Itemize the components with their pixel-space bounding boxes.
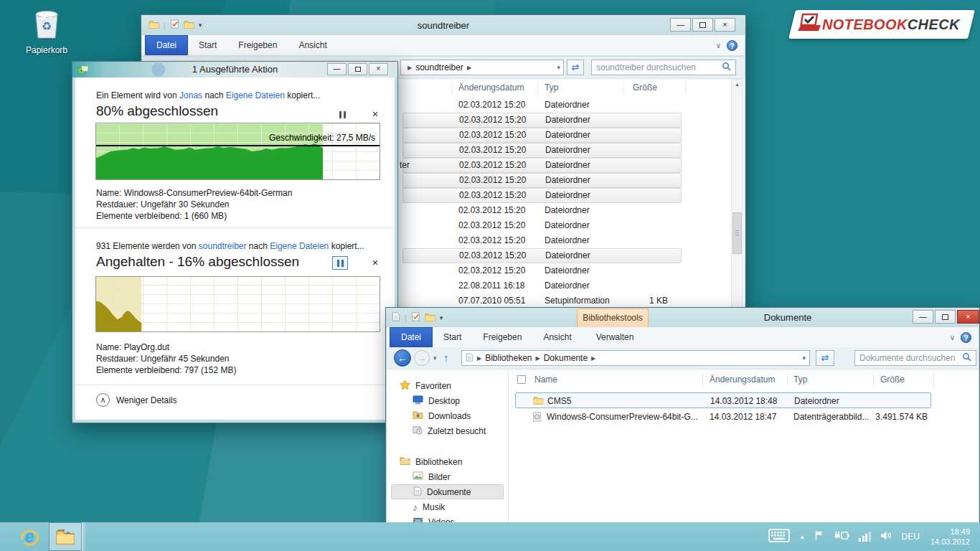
history-dropdown-icon[interactable]: ▾ <box>433 354 437 362</box>
folder-icon[interactable] <box>149 19 159 32</box>
breadcrumb-bibliotheken[interactable]: Bibliotheken <box>485 353 532 363</box>
tab-freigeben[interactable]: Freigeben <box>227 35 288 55</box>
address-bar[interactable]: ▶ soundtreiber ▶ ▾ <box>400 60 564 75</box>
search-input[interactable] <box>596 62 722 72</box>
tab-ansicht[interactable]: Ansicht <box>532 327 582 347</box>
back-button[interactable]: ← <box>394 349 411 367</box>
sidebar-item-bilder[interactable]: Bilder <box>391 469 504 484</box>
file-row-cms5[interactable]: CMS5 14.03.2012 18:48 Dateiordner <box>515 392 931 408</box>
customize-toolbar-chevron-icon[interactable]: ▾ <box>440 314 443 321</box>
dialog-titlebar[interactable]: 1 Ausgeführte Aktion — × <box>72 62 397 77</box>
tab-datei[interactable]: Datei <box>390 327 433 347</box>
close-button[interactable]: × <box>957 310 979 324</box>
sidebar-item-zuletzt-besucht[interactable]: Zuletzt besucht <box>391 423 504 438</box>
file-row[interactable]: 02.03.2012 15:20 Dateiordner <box>402 263 682 278</box>
ribbon-collapse-icon[interactable]: ∨ <box>950 334 955 342</box>
breadcrumb-soundtreiber[interactable]: soundtreiber <box>415 62 463 72</box>
minimize-button[interactable]: — <box>670 18 691 32</box>
file-row[interactable]: 02.03.2012 15:20 Dateiordner <box>402 248 682 263</box>
address-dropdown-icon[interactable]: ▾ <box>557 64 560 71</box>
column-header-type[interactable]: Typ <box>793 375 807 385</box>
file-row[interactable]: 02.03.2012 15:20 Dateiordner <box>402 113 682 128</box>
file-row[interactable]: 02.03.2012 15:20 Dateiordner <box>402 218 682 233</box>
sidebar-item-bibliotheken[interactable]: Bibliotheken <box>391 454 504 469</box>
search-icon[interactable] <box>722 62 731 73</box>
file-row-windows8-iso[interactable]: Windows8-ConsumerPreview-64bit-G... 14.0… <box>515 409 931 425</box>
tab-start[interactable]: Start <box>433 327 472 347</box>
minimize-button[interactable]: — <box>327 63 347 75</box>
properties-icon[interactable] <box>411 311 420 324</box>
action-center-flag-icon[interactable] <box>814 530 824 544</box>
new-folder-icon[interactable] <box>425 311 435 324</box>
sidebar-item-desktop[interactable]: Desktop <box>391 393 504 408</box>
customize-toolbar-chevron-icon[interactable]: ▾ <box>199 22 202 29</box>
job2-cancel-button[interactable]: × <box>369 256 382 270</box>
breadcrumb-dokumente[interactable]: Dokumente <box>544 353 588 363</box>
touch-keyboard-icon[interactable] <box>768 529 790 545</box>
close-button[interactable]: × <box>715 18 735 32</box>
refresh-button[interactable]: ⇄ <box>816 350 834 366</box>
file-row[interactable]: 02.03.2012 15:20 Dateiordner <box>402 128 682 143</box>
file-row[interactable]: 02.03.2012 15:20 Dateiordner <box>402 203 682 218</box>
taskbar-clock[interactable]: 18:49 14.03.2012 <box>930 527 970 547</box>
sidebar-item-downloads[interactable]: Downloads <box>391 408 504 423</box>
scrollbar-thumb[interactable] <box>732 212 742 254</box>
dokumente-titlebar[interactable]: | ▾ Bibliothekstools Dokumente — × <box>386 308 979 327</box>
taskbar-explorer-button[interactable] <box>49 522 82 551</box>
file-row[interactable]: 02.03.2012 15:20 Dateiordner <box>402 233 682 248</box>
select-all-checkbox[interactable] <box>517 375 526 384</box>
file-row[interactable]: 22.08.2011 16:18 Dateiordner <box>402 278 682 293</box>
taskbar-explorer-stacked-indicator[interactable] <box>82 522 85 551</box>
forward-button[interactable]: → <box>414 350 430 366</box>
search-box[interactable] <box>854 350 976 366</box>
column-header-date[interactable]: Änderungsdatum <box>458 83 524 93</box>
language-indicator[interactable]: DEU <box>902 532 920 542</box>
document-icon[interactable] <box>392 311 400 324</box>
volume-icon[interactable] <box>880 530 892 544</box>
show-hidden-icons-chevron[interactable]: ▲ <box>799 534 805 540</box>
tab-verwalten[interactable]: Verwalten <box>580 327 649 342</box>
column-header-type[interactable]: Typ <box>545 83 558 93</box>
tab-ansicht[interactable]: Ansicht <box>288 35 337 55</box>
column-header-name[interactable]: Name <box>534 375 557 385</box>
help-icon[interactable]: ? <box>961 332 971 343</box>
power-plug-icon[interactable] <box>834 530 849 544</box>
sidebar-item-dokumente[interactable]: Dokumente <box>391 484 504 499</box>
network-signal-icon[interactable] <box>859 532 871 542</box>
ribbon-collapse-icon[interactable]: ∨ <box>716 42 721 50</box>
file-row[interactable]: 02.03.2012 15:20 Dateiordner <box>402 143 682 158</box>
library-tools-tab[interactable]: Bibliothekstools <box>577 309 649 327</box>
file-row[interactable]: ter 02.03.2012 15:20 Dateiordner <box>402 158 682 173</box>
properties-icon[interactable] <box>170 19 179 32</box>
recycle-bin-desktop-icon[interactable]: ♻ Papierkorb <box>16 6 77 55</box>
maximize-button[interactable] <box>692 18 713 32</box>
search-icon[interactable] <box>962 352 971 364</box>
tab-start[interactable]: Start <box>188 35 227 55</box>
job1-cancel-button[interactable]: × <box>369 108 382 121</box>
column-header-size[interactable]: Größe <box>633 83 657 93</box>
search-input[interactable] <box>859 353 962 363</box>
column-header-date[interactable]: Änderungsdatum <box>710 375 775 385</box>
help-icon[interactable]: ? <box>727 40 738 51</box>
tab-datei[interactable]: Datei <box>145 35 188 55</box>
refresh-button[interactable]: ⇄ <box>567 60 584 75</box>
job2-resume-button[interactable] <box>332 256 348 270</box>
file-row[interactable]: 02.03.2012 15:20 Dateiordner <box>402 98 682 113</box>
tab-freigeben[interactable]: Freigeben <box>472 327 532 347</box>
file-row[interactable]: 02.03.2012 15:20 Dateiordner <box>402 188 682 203</box>
sidebar-item-favoriten[interactable]: Favoriten <box>391 378 504 393</box>
file-row[interactable]: 07.07.2010 05:51 Setupinformation 1 KB <box>402 293 682 309</box>
less-details-toggle[interactable]: ∧ Weniger Details <box>96 393 176 407</box>
maximize-button[interactable] <box>348 63 367 75</box>
minimize-button[interactable]: — <box>913 310 933 324</box>
job1-pause-button[interactable] <box>334 108 350 121</box>
scrollbar-up-icon[interactable]: ▲ <box>732 80 743 90</box>
taskbar-ie-icon[interactable]: e <box>14 522 44 551</box>
sidebar-item-musik[interactable]: ♪ Musik <box>391 499 504 514</box>
file-row[interactable]: 02.03.2012 15:20 Dateiordner <box>402 173 682 188</box>
up-button[interactable]: ↑ <box>443 352 449 364</box>
address-bar[interactable]: ▶ Bibliotheken ▶ Dokumente ▶ ▾ <box>461 350 810 366</box>
new-folder-icon[interactable] <box>184 19 194 32</box>
search-box[interactable] <box>591 60 736 75</box>
address-dropdown-icon[interactable]: ▾ <box>802 354 806 362</box>
